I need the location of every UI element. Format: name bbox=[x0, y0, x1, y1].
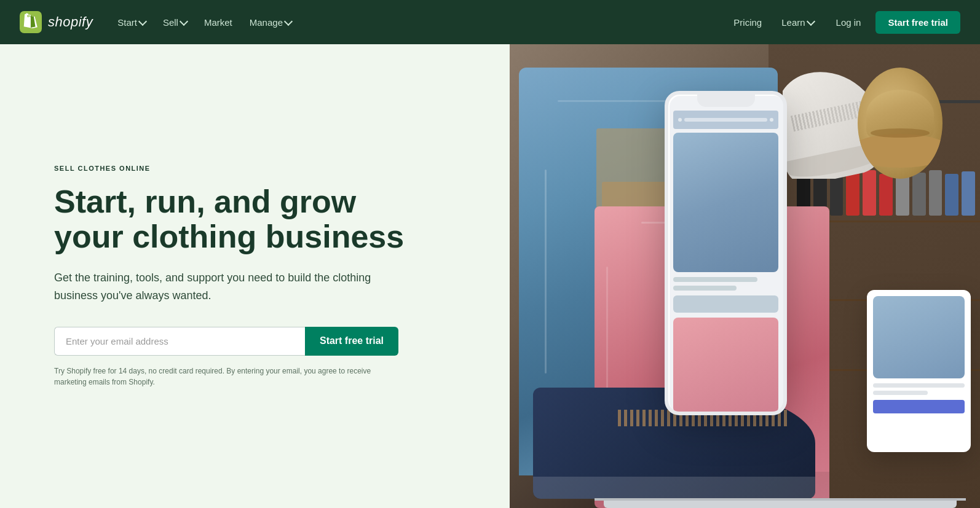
nav-left: shopify Start Sell Market Manage bbox=[20, 11, 299, 33]
phone-product-image-1 bbox=[673, 133, 778, 272]
laptop-base bbox=[604, 501, 957, 508]
hero-eyebrow: SELL CLOTHES ONLINE bbox=[54, 165, 510, 172]
phone-mockup bbox=[665, 91, 787, 416]
nav-market-label: Market bbox=[204, 17, 232, 28]
hero-composite-image bbox=[510, 44, 980, 508]
hat-brim bbox=[858, 134, 942, 167]
chevron-down-icon bbox=[807, 17, 815, 25]
phone-header-bar bbox=[673, 111, 778, 129]
chevron-down-icon bbox=[180, 17, 188, 25]
logo-link[interactable]: shopify bbox=[20, 11, 93, 33]
hero-content: SELL CLOTHES ONLINE Start, run, and grow… bbox=[0, 44, 510, 508]
hero-section: SELL CLOTHES ONLINE Start, run, and grow… bbox=[0, 44, 980, 508]
logo-text: shopify bbox=[48, 14, 93, 30]
hero-start-trial-button[interactable]: Start free trial bbox=[305, 327, 398, 356]
nav-start[interactable]: Start bbox=[110, 12, 153, 33]
email-input[interactable] bbox=[54, 327, 305, 356]
nav-market[interactable]: Market bbox=[197, 12, 240, 33]
product-hat bbox=[858, 68, 942, 179]
phone-cart-icon bbox=[770, 118, 773, 122]
phone-header-icon bbox=[678, 118, 682, 122]
shopify-logo-icon bbox=[20, 11, 42, 33]
nav-start-label: Start bbox=[117, 17, 137, 28]
nav-login-link[interactable]: Log in bbox=[826, 12, 871, 33]
chevron-down-icon bbox=[284, 17, 293, 25]
phone-notch bbox=[697, 95, 754, 107]
hero-subtext: Get the training, tools, and support you… bbox=[54, 269, 398, 305]
nav-pricing-link[interactable]: Pricing bbox=[726, 12, 769, 33]
card-checkout-button bbox=[873, 400, 964, 413]
card-text-line-1 bbox=[873, 383, 964, 388]
card-text-line-2 bbox=[873, 391, 928, 395]
checkout-card-mockup bbox=[867, 290, 970, 452]
nav-manage[interactable]: Manage bbox=[242, 12, 299, 33]
nav-sell[interactable]: Sell bbox=[156, 12, 194, 33]
nav-start-trial-button[interactable]: Start free trial bbox=[875, 11, 960, 34]
hero-visual bbox=[510, 44, 980, 508]
phone-product-image-2 bbox=[673, 318, 778, 413]
navbar: shopify Start Sell Market Manage Pricing… bbox=[0, 0, 980, 44]
nav-sell-label: Sell bbox=[163, 17, 178, 28]
nav-right: Pricing Learn Log in Start free trial bbox=[726, 11, 960, 34]
card-product-image bbox=[873, 296, 964, 378]
phone-text-content bbox=[673, 277, 778, 291]
nav-manage-label: Manage bbox=[250, 17, 283, 28]
phone-cta-button bbox=[673, 295, 778, 313]
hero-disclaimer: Try Shopify free for 14 days, no credit … bbox=[54, 365, 386, 388]
nav-learn-label: Learn bbox=[781, 17, 805, 28]
hero-headline: Start, run, and grow your clothing busin… bbox=[54, 184, 411, 254]
chevron-down-icon bbox=[138, 17, 147, 25]
nav-links: Start Sell Market Manage bbox=[110, 12, 299, 33]
laptop-hinge bbox=[595, 498, 966, 501]
email-form: Start free trial bbox=[54, 327, 398, 356]
nav-learn-link[interactable]: Learn bbox=[774, 12, 821, 33]
